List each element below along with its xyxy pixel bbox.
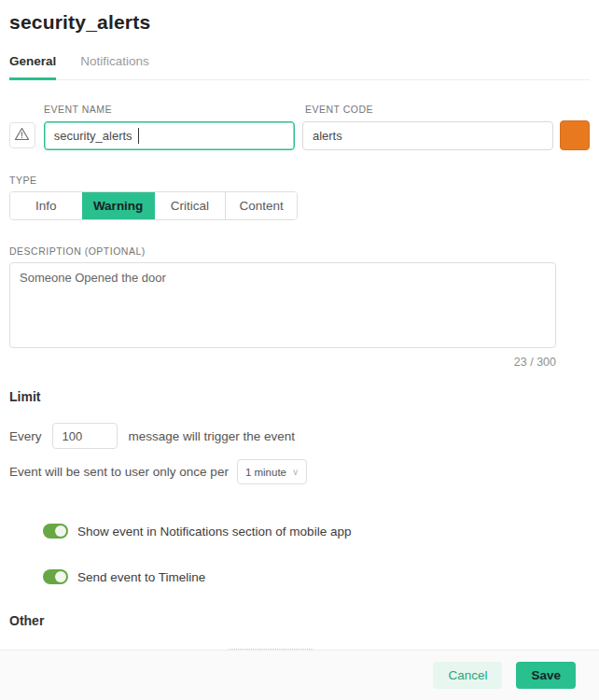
send-to-timeline-toggle[interactable] [43,569,68,584]
once-per-value: 1 minute [245,467,286,478]
every-suffix: message will trigger the event [129,429,296,443]
dialog-footer: Cancel Save [0,650,599,700]
warning-triangle-icon [14,127,30,145]
type-segmented-control: Info Warning Critical Content [9,191,298,220]
timeline-toggle-label: Send event to Timeline [77,570,205,584]
event-code-input[interactable] [302,121,553,150]
tab-bar: General Notifications [9,54,590,80]
description-label: DESCRIPTION (OPTIONAL) [9,245,590,257]
cancel-button[interactable]: Cancel [433,662,502,689]
once-per-label: Event will be sent to user only once per [9,465,229,479]
notifications-toggle-row: Show event in Notifications section of m… [43,524,590,539]
type-option-warning[interactable]: Warning [82,192,154,219]
chevron-down-icon: ∨ [292,467,299,477]
timeline-toggle-row: Send event to Timeline [43,569,590,584]
char-counter: 23 / 300 [9,356,556,369]
limit-heading: Limit [9,389,590,404]
event-settings-dialog: security_alerts General Notifications EV… [0,0,599,700]
event-name-input[interactable] [44,121,295,150]
event-code-label: EVENT CODE [305,104,373,115]
toggle-knob [55,571,66,582]
every-count-input[interactable] [52,423,118,449]
every-message-row: Every message will trigger the event [9,423,590,449]
toggle-knob [55,525,66,537]
tab-general[interactable]: General [9,54,56,80]
other-heading: Other [9,613,590,628]
type-option-content[interactable]: Content [225,192,297,219]
tab-notifications[interactable]: Notifications [80,54,149,79]
once-per-row: Event will be sent to user only once per… [9,459,590,484]
text-caret [138,128,139,144]
save-button[interactable]: Save [516,662,576,689]
once-per-select[interactable]: 1 minute ∨ [237,459,307,484]
every-prefix: Every [9,429,42,443]
type-label: TYPE [9,175,590,186]
description-textarea[interactable] [9,262,556,348]
event-name-label: EVENT NAME [44,104,305,115]
notifications-toggle-label: Show event in Notifications section of m… [77,525,351,539]
type-option-critical[interactable]: Critical [154,192,226,219]
type-option-info[interactable]: Info [10,192,82,219]
page-title: security_alerts [9,0,590,34]
event-icon-button[interactable] [9,122,35,148]
event-color-swatch-button[interactable] [560,120,590,150]
show-in-notifications-toggle[interactable] [43,524,68,539]
